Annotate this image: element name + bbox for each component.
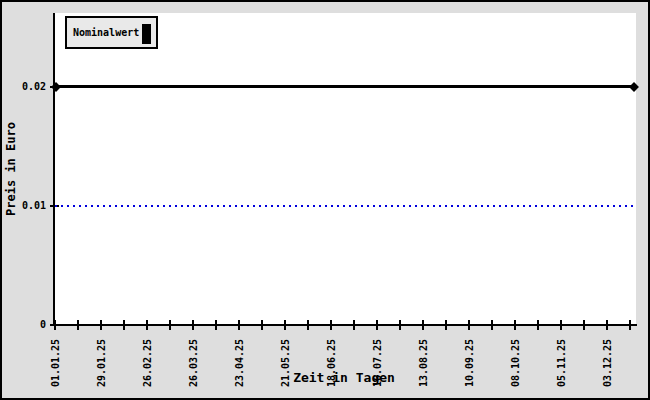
x-tick-mark [606,320,608,330]
x-tick-label: 13.08.25 [418,339,429,387]
x-minor-tick-mark [399,320,401,330]
x-minor-tick-mark [491,320,493,330]
x-tick-mark [238,320,240,330]
x-tick-label: 03.12.25 [602,339,613,387]
x-tick-mark [192,320,194,330]
x-minor-tick-mark [261,320,263,330]
x-tick-label: 01.01.25 [50,339,61,387]
legend-entry-label: Nominalwert [73,27,139,38]
x-minor-tick-mark [169,320,171,330]
legend-box: Nominalwert [65,16,158,49]
series-line-nominalwert [55,85,634,88]
x-tick-label: 21.05.25 [280,339,291,387]
x-tick-label: 08.10.25 [510,339,521,387]
x-tick-label: 23.04.25 [234,339,245,387]
y-tick-label: 0.02 [6,81,46,92]
x-minor-tick-mark [537,320,539,330]
x-tick-label: 26.02.25 [142,339,153,387]
plot-area [54,13,636,325]
x-minor-tick-mark [629,320,631,330]
x-tick-label: 26.03.25 [188,339,199,387]
y-axis-title: Preis in Euro [4,122,18,216]
x-tick-mark [146,320,148,330]
x-tick-mark [514,320,516,330]
y-axis-line [53,13,55,326]
x-tick-mark [422,320,424,330]
x-minor-tick-mark [77,320,79,330]
x-minor-tick-mark [307,320,309,330]
x-tick-mark [560,320,562,330]
x-tick-mark [54,320,56,330]
x-tick-label: 10.09.25 [464,339,475,387]
x-tick-mark [376,320,378,330]
x-tick-mark [468,320,470,330]
x-tick-label: 29.01.25 [96,339,107,387]
y-tick-label: 0 [6,319,46,330]
x-minor-tick-mark [583,320,585,330]
reference-line-dotted [55,205,633,207]
legend-entry-marker-icon [142,24,151,44]
x-minor-tick-mark [353,320,355,330]
x-tick-mark [100,320,102,330]
x-tick-mark [284,320,286,330]
x-minor-tick-mark [215,320,217,330]
x-minor-tick-mark [445,320,447,330]
chart-frame: 00.010.0201.01.2529.01.2526.02.2526.03.2… [0,0,650,400]
x-tick-label: 05.11.25 [556,339,567,387]
x-tick-mark [330,320,332,330]
x-axis-line [53,324,637,326]
x-minor-tick-mark [123,320,125,330]
x-axis-title: Zeit in Tagen [293,370,395,385]
